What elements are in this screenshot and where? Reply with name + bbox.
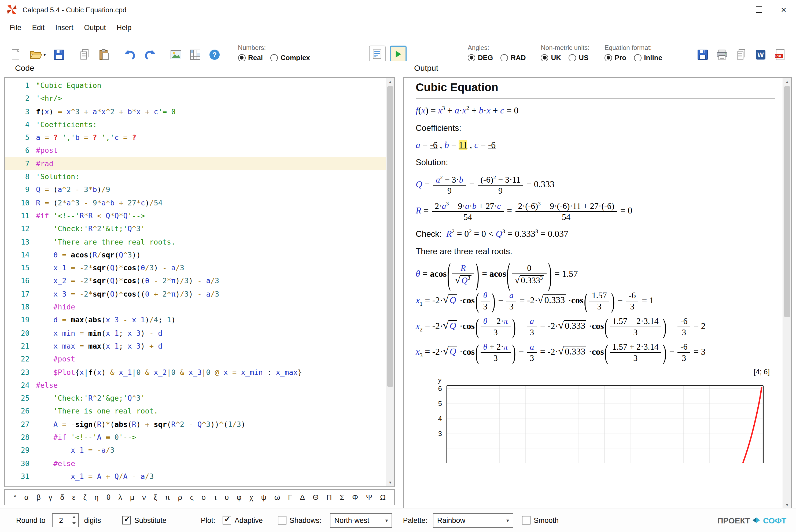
greek-symbol[interactable]: Δ [300, 493, 305, 501]
greek-symbol[interactable]: ψ [261, 493, 267, 501]
insert-matrix-button[interactable] [188, 47, 203, 62]
play-button[interactable] [390, 45, 406, 62]
output-content: Cubic Equationf(x) = x3 + a·x2 + b·x + c… [404, 78, 782, 509]
greek-symbol[interactable]: χ [249, 493, 253, 501]
redo-button[interactable] [142, 47, 157, 62]
code-line: 11#if '<!--'R*R < Q*Q*Q'--> [5, 209, 386, 222]
radio-deg[interactable]: DEG [468, 54, 493, 62]
code-line: 24#else [5, 379, 386, 392]
scroll-down-icon[interactable]: ▼ [386, 478, 394, 487]
calculate-form-icon [372, 48, 383, 60]
scrollbar-thumb[interactable] [387, 86, 393, 387]
copy-button[interactable] [77, 47, 92, 62]
checkbox-icon [223, 516, 231, 525]
radio-dot [270, 54, 278, 61]
scroll-up-icon[interactable]: ▲ [386, 78, 394, 86]
greek-symbol[interactable]: ω [274, 493, 280, 501]
radio-pro[interactable]: Pro [605, 54, 626, 62]
greek-symbol[interactable]: Ψ [366, 493, 372, 501]
greek-symbol[interactable]: Γ [288, 493, 292, 501]
greek-symbol[interactable]: μ [130, 493, 134, 501]
greek-symbol[interactable]: ξ [154, 493, 157, 501]
greek-symbol[interactable]: υ [225, 493, 229, 501]
radio-uk[interactable]: UK [541, 54, 561, 62]
radio-rad[interactable]: RAD [500, 54, 526, 62]
greek-symbol[interactable]: β [36, 493, 41, 501]
greek-symbol[interactable]: η [94, 493, 99, 501]
code-line: 8'Solution: [5, 170, 386, 183]
pdf-export-button[interactable]: PDF [772, 47, 788, 62]
greek-symbol[interactable]: ρ [178, 493, 182, 501]
palette-select[interactable]: Rainbow ▾ [433, 513, 513, 528]
code-panel: Code 1"Cubic Equation2'<hr/>3f(x) = x^3 … [4, 63, 395, 508]
code-line: 22 #post [5, 352, 386, 365]
save-button[interactable] [51, 47, 66, 62]
output-panel-label: Output [403, 63, 792, 76]
greek-symbol[interactable]: ° [14, 493, 16, 501]
maximize-button[interactable] [747, 0, 771, 19]
title-bar[interactable]: Calcpad 5.4 - Cubic Equation.cpd × [0, 0, 796, 19]
radio-us[interactable]: US [569, 54, 588, 62]
greek-symbol[interactable]: θ [107, 493, 111, 501]
code-line: 31 x_1 = A + Q/A - a/3 [5, 470, 386, 483]
greek-symbol[interactable]: ν [142, 493, 146, 501]
shadow-direction-select[interactable]: North-west ▾ [330, 513, 392, 528]
greek-symbol[interactable]: Ω [380, 493, 386, 501]
svg-text:y: y [438, 377, 441, 384]
round-digits-spinner[interactable]: 2 [52, 513, 79, 527]
greek-symbol[interactable]: Θ [313, 493, 319, 501]
close-button[interactable]: × [771, 0, 796, 19]
spinner-down-icon[interactable] [70, 520, 78, 527]
greek-symbol[interactable]: Σ [340, 493, 344, 501]
greek-symbol[interactable]: ς [190, 493, 194, 501]
greek-symbol[interactable]: Φ [352, 493, 358, 501]
word-export-button[interactable]: W [753, 47, 768, 62]
greek-symbol[interactable]: τ [214, 493, 217, 501]
insert-image-button[interactable] [168, 47, 183, 62]
shadows-checkbox[interactable]: Shadows: [278, 516, 322, 525]
output-scrollbar[interactable]: ▲ ▼ [782, 78, 791, 509]
scrollbar-thumb[interactable] [784, 86, 790, 317]
new-file-button[interactable] [8, 47, 24, 62]
spinner-up-icon[interactable] [70, 514, 78, 520]
greek-symbol[interactable]: γ [49, 493, 52, 501]
code-line: 25 'Check:'R^2'&ge;'Q^3' [5, 392, 386, 405]
greek-symbol[interactable]: α [24, 493, 29, 501]
code-editor[interactable]: 1"Cubic Equation2'<hr/>3f(x) = x^3 + a*x… [4, 77, 395, 487]
greek-symbol[interactable]: σ [202, 493, 206, 501]
help-button[interactable]: ? [207, 47, 222, 62]
greek-symbol[interactable]: Π [326, 493, 332, 501]
adaptive-checkbox[interactable]: Adaptive [223, 516, 263, 525]
code-line: 29 x_1 = -a/3 [5, 444, 386, 457]
radio-real[interactable]: Real [238, 54, 263, 62]
greek-symbol[interactable]: φ [236, 493, 241, 501]
smooth-checkbox[interactable]: Smooth [522, 516, 558, 525]
output-text: There are three real roots. [416, 247, 775, 256]
copy-icon [78, 48, 91, 61]
greek-symbol[interactable]: λ [118, 493, 122, 501]
greek-symbol[interactable]: ζ [83, 493, 87, 501]
calculate-form-button[interactable] [369, 45, 386, 62]
menu-help[interactable]: Help [111, 21, 137, 34]
output-box: Cubic Equationf(x) = x3 + a·x2 + b·x + c… [403, 77, 792, 510]
greek-symbol[interactable]: π [165, 493, 170, 501]
greek-symbol[interactable]: δ [60, 493, 64, 501]
code-scrollbar[interactable]: ▲ ▼ [386, 78, 394, 487]
paste-button[interactable] [96, 47, 111, 62]
brand-text-2: СОФТ [763, 516, 786, 525]
menu-insert[interactable]: Insert [50, 21, 79, 34]
scroll-up-icon[interactable]: ▲ [783, 78, 791, 86]
print-button[interactable] [715, 47, 729, 62]
menu-output[interactable]: Output [79, 21, 111, 34]
greek-symbol[interactable]: ε [72, 493, 76, 501]
minimize-button[interactable] [722, 0, 747, 19]
save-output-button[interactable] [695, 47, 710, 62]
menu-file[interactable]: File [4, 21, 27, 34]
code-text-area[interactable]: 1"Cubic Equation2'<hr/>3f(x) = x^3 + a*x… [5, 78, 386, 487]
substitute-checkbox[interactable]: Substitute [122, 516, 167, 525]
radio-inline[interactable]: Inline [634, 54, 662, 62]
menu-edit[interactable]: Edit [27, 21, 50, 34]
undo-button[interactable] [122, 47, 137, 62]
radio-complex[interactable]: Complex [270, 54, 310, 62]
open-file-button[interactable]: ▾ [28, 47, 47, 62]
